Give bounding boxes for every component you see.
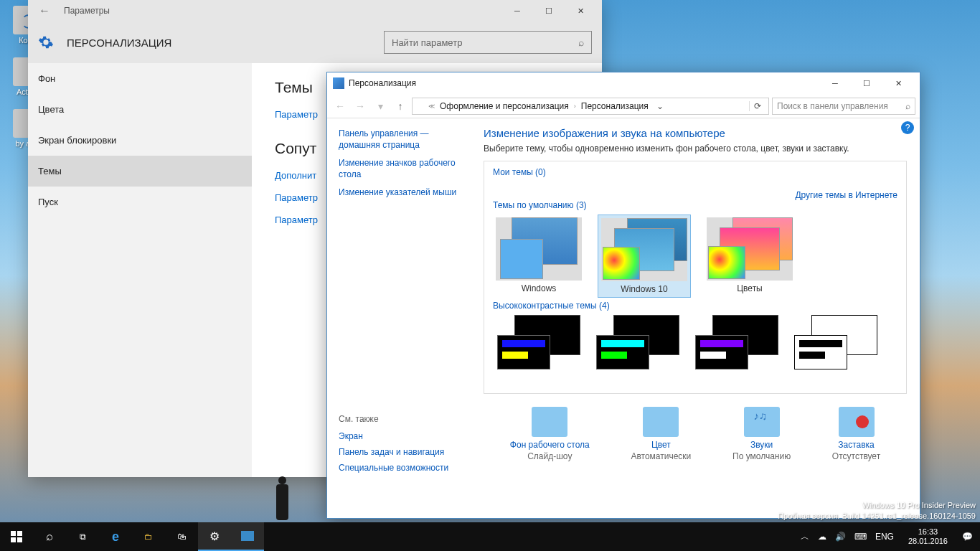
- screensaver-setting[interactable]: Заставка Отсутствует: [832, 407, 880, 461]
- minimize-button[interactable]: ─: [501, 0, 533, 22]
- nav-back-button[interactable]: ←: [331, 100, 349, 112]
- footer-link: Цвет: [631, 440, 691, 450]
- language-indicator[interactable]: ENG: [875, 532, 894, 542]
- my-themes-section: Мои темы (0) Другие темы в Интернете Тем…: [484, 161, 906, 377]
- taskbar-link[interactable]: Панель задач и навигация: [339, 447, 466, 457]
- footer-value: Слайд-шоу: [510, 451, 590, 461]
- hc-theme-1[interactable]: [493, 315, 585, 371]
- cp-main-desc: Выберите тему, чтобы одновременно измени…: [484, 143, 907, 154]
- desktop-icons-link[interactable]: Изменение значков рабочего стола: [339, 158, 466, 180]
- footer-value: По умолчанию: [732, 451, 791, 461]
- nav-recent-button[interactable]: ▾: [372, 100, 389, 112]
- online-themes-link[interactable]: Другие темы в Интернете: [795, 190, 897, 200]
- chevron-right-icon: ›: [574, 103, 576, 110]
- back-button[interactable]: ←: [34, 4, 55, 17]
- onedrive-icon[interactable]: ☁: [818, 532, 826, 542]
- search-button[interactable]: ⌕: [33, 522, 66, 551]
- address-bar[interactable]: ≪ Оформление и персонализация › Персонал…: [412, 98, 769, 115]
- breadcrumb-seg-2[interactable]: Персонализация: [579, 101, 651, 111]
- personalization-icon: [333, 77, 344, 89]
- close-button[interactable]: ✕: [565, 0, 596, 22]
- clock-time: 16:33: [908, 527, 948, 537]
- settings-sidebar: Фон Цвета Экран блокировки Темы Пуск: [28, 63, 252, 477]
- minimize-button[interactable]: ─: [819, 72, 851, 94]
- hc-themes-title: Высококонтрастные темы (4): [493, 301, 897, 311]
- footer-value: Отсутствует: [832, 451, 880, 461]
- cp-taskbar-button[interactable]: [231, 522, 264, 551]
- sounds-setting[interactable]: Звуки По умолчанию: [732, 407, 791, 461]
- theme-label: Windows: [522, 283, 557, 293]
- color-icon: [643, 407, 679, 437]
- address-dropdown-icon[interactable]: ⌄: [654, 101, 666, 111]
- theme-flowers[interactable]: Цветы: [704, 215, 796, 298]
- nav-up-button[interactable]: ↑: [392, 100, 409, 112]
- footer-link: Фон рабочего стола: [510, 440, 590, 450]
- nav-start[interactable]: Пуск: [28, 187, 252, 217]
- theme-label: Цветы: [737, 283, 763, 293]
- svg-rect-3: [17, 537, 22, 542]
- theme-thumb-flowers: [707, 217, 793, 281]
- store-button[interactable]: 🛍: [165, 522, 198, 551]
- start-button[interactable]: [0, 522, 33, 551]
- mouse-pointers-link[interactable]: Изменение указателей мыши: [339, 187, 466, 199]
- edge-button[interactable]: e: [99, 522, 132, 551]
- clock-date: 28.01.2016: [908, 537, 948, 546]
- task-view-button[interactable]: ⧉: [66, 522, 99, 551]
- settings-taskbar-button[interactable]: ⚙: [198, 522, 231, 551]
- file-explorer-button[interactable]: 🗀: [132, 522, 165, 551]
- gear-icon: [38, 34, 54, 50]
- nav-themes[interactable]: Темы: [28, 156, 252, 187]
- settings-titlebar: ← Параметры ─ ☐ ✕: [28, 0, 602, 22]
- cp-toolbar: ← → ▾ ↑ ≪ Оформление и персонализация › …: [327, 94, 920, 118]
- footer-link: Заставка: [832, 440, 880, 450]
- cp-footer: Фон рабочего стола Слайд-шоу Цвет Автома…: [484, 394, 907, 467]
- hc-theme-2[interactable]: [592, 315, 684, 371]
- color-setting[interactable]: Цвет Автоматически: [631, 407, 691, 461]
- refresh-button[interactable]: ⟳: [749, 101, 765, 111]
- theme-label: Windows 10: [621, 284, 667, 294]
- nav-colors[interactable]: Цвета: [28, 94, 252, 125]
- theme-thumb-windows: [496, 217, 582, 281]
- cp-main: ? Изменение изображения и звука на компь…: [478, 118, 920, 518]
- svg-rect-0: [11, 531, 16, 536]
- maximize-button[interactable]: ☐: [533, 0, 565, 22]
- display-link[interactable]: Экран: [339, 431, 466, 441]
- nav-background[interactable]: Фон: [28, 63, 252, 94]
- cp-search-input[interactable]: Поиск в панели управления ⌕: [772, 98, 915, 115]
- screensaver-icon: [839, 407, 875, 437]
- personalization-icon: [241, 531, 254, 541]
- keyboard-icon[interactable]: ⌨: [854, 532, 867, 542]
- help-icon[interactable]: ?: [901, 121, 914, 134]
- system-tray: ︿ ☁ 🔊 ⌨ ENG 16:33 28.01.2016 💬: [801, 527, 980, 546]
- desktop-background-setting[interactable]: Фон рабочего стола Слайд-шоу: [510, 407, 590, 461]
- search-input[interactable]: Найти параметр ⌕: [384, 31, 592, 54]
- default-themes-grid: Windows Windows 10 Цветы: [493, 215, 897, 298]
- watermark-line2: Пробная версия. Build 14251.rs1_release.…: [778, 511, 976, 521]
- volume-icon[interactable]: 🔊: [835, 532, 846, 542]
- search-icon: ⌕: [46, 529, 53, 544]
- nav-forward-button[interactable]: →: [352, 100, 369, 112]
- footer-link: Звуки: [732, 440, 791, 450]
- footer-value: Автоматически: [631, 451, 691, 461]
- store-icon: 🛍: [177, 532, 186, 542]
- theme-windows[interactable]: Windows: [493, 215, 585, 298]
- clock[interactable]: 16:33 28.01.2016: [903, 527, 953, 546]
- settings-header: ПЕРСОНАЛИЗАЦИЯ Найти параметр ⌕: [28, 22, 602, 63]
- search-icon: ⌕: [905, 101, 910, 111]
- nav-lockscreen[interactable]: Экран блокировки: [28, 125, 252, 156]
- breadcrumb-seg-1[interactable]: Оформление и персонализация: [438, 101, 571, 111]
- theme-windows10[interactable]: Windows 10: [598, 215, 691, 298]
- sound-icon: [744, 407, 780, 437]
- watermark: Windows 10 Pro Insider Preview Пробная в…: [778, 500, 976, 521]
- close-button[interactable]: ✕: [882, 72, 914, 94]
- theme-thumb-windows10: [601, 218, 687, 281]
- my-themes-title: Мои темы (0): [493, 167, 897, 177]
- ease-of-access-link[interactable]: Специальные возможности: [339, 463, 466, 473]
- action-center-button[interactable]: 💬: [962, 532, 973, 542]
- themes-scroll-area[interactable]: Мои темы (0) Другие темы в Интернете Тем…: [484, 161, 907, 394]
- hc-theme-black[interactable]: [691, 315, 783, 371]
- cp-home-link[interactable]: Панель управления — домашняя страница: [339, 128, 466, 151]
- maximize-button[interactable]: ☐: [851, 72, 882, 94]
- tray-overflow-button[interactable]: ︿: [801, 531, 809, 543]
- hc-theme-white[interactable]: [790, 315, 882, 371]
